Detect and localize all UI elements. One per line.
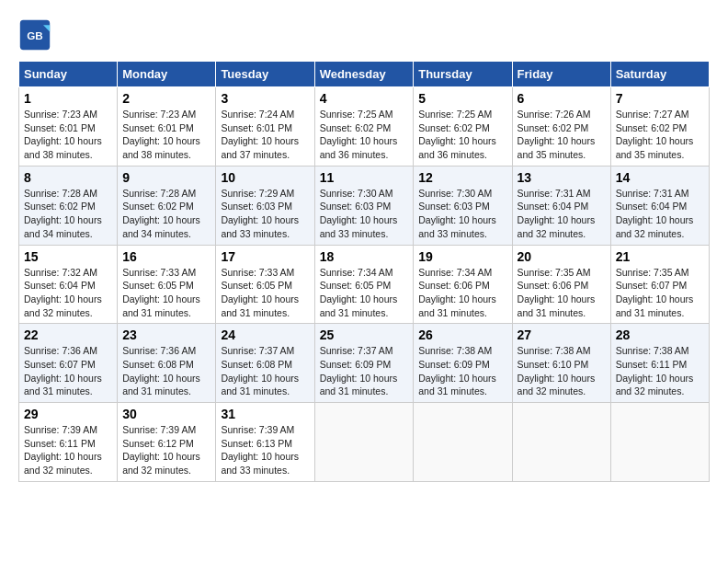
day-number: 13: [518, 170, 606, 185]
day-number: 15: [24, 249, 112, 264]
day-number: 4: [320, 91, 409, 106]
day-info: Sunrise: 7:35 AM Sunset: 6:06 PM Dayligh…: [518, 266, 606, 320]
calendar-cell: 6Sunrise: 7:26 AM Sunset: 6:02 PM Daylig…: [512, 87, 610, 167]
day-info: Sunrise: 7:25 AM Sunset: 6:02 PM Dayligh…: [418, 108, 506, 162]
calendar-cell: 16Sunrise: 7:33 AM Sunset: 6:05 PM Dayli…: [118, 245, 216, 324]
day-number: 24: [221, 327, 309, 342]
day-number: 1: [24, 91, 112, 106]
day-info: Sunrise: 7:38 AM Sunset: 6:09 PM Dayligh…: [418, 344, 506, 398]
day-number: 8: [24, 170, 112, 185]
calendar-cell: 19Sunrise: 7:34 AM Sunset: 6:06 PM Dayli…: [414, 245, 512, 324]
calendar-cell: 20Sunrise: 7:35 AM Sunset: 6:06 PM Dayli…: [512, 245, 610, 324]
weekday-header-wednesday: Wednesday: [314, 62, 414, 87]
day-number: 11: [320, 170, 409, 185]
day-number: 18: [320, 249, 409, 264]
day-info: Sunrise: 7:30 AM Sunset: 6:03 PM Dayligh…: [418, 187, 506, 241]
day-info: Sunrise: 7:31 AM Sunset: 6:04 PM Dayligh…: [616, 187, 704, 241]
day-info: Sunrise: 7:37 AM Sunset: 6:08 PM Dayligh…: [221, 344, 309, 398]
day-info: Sunrise: 7:30 AM Sunset: 6:03 PM Dayligh…: [320, 187, 409, 241]
calendar-cell: 23Sunrise: 7:36 AM Sunset: 6:08 PM Dayli…: [118, 324, 216, 403]
day-number: 9: [122, 170, 210, 185]
day-number: 19: [418, 249, 506, 264]
weekday-header-monday: Monday: [118, 62, 216, 87]
day-info: Sunrise: 7:27 AM Sunset: 6:02 PM Dayligh…: [616, 108, 704, 162]
day-number: 27: [518, 327, 606, 342]
calendar-cell: 24Sunrise: 7:37 AM Sunset: 6:08 PM Dayli…: [216, 324, 314, 403]
day-number: 29: [24, 407, 112, 421]
calendar-cell: 2Sunrise: 7:23 AM Sunset: 6:01 PM Daylig…: [118, 87, 216, 167]
calendar-cell: 8Sunrise: 7:28 AM Sunset: 6:02 PM Daylig…: [19, 166, 118, 245]
weekday-header-friday: Friday: [512, 62, 610, 87]
day-number: 2: [122, 91, 210, 106]
calendar-cell: 7Sunrise: 7:27 AM Sunset: 6:02 PM Daylig…: [610, 87, 709, 167]
day-info: Sunrise: 7:25 AM Sunset: 6:02 PM Dayligh…: [320, 108, 409, 162]
calendar-cell: 1Sunrise: 7:23 AM Sunset: 6:01 PM Daylig…: [19, 87, 118, 167]
day-info: Sunrise: 7:36 AM Sunset: 6:08 PM Dayligh…: [122, 344, 210, 398]
day-number: 17: [221, 249, 309, 264]
day-info: Sunrise: 7:39 AM Sunset: 6:11 PM Dayligh…: [24, 423, 112, 477]
day-number: 28: [616, 327, 704, 342]
day-number: 31: [221, 407, 309, 421]
calendar-cell: 31Sunrise: 7:39 AM Sunset: 6:13 PM Dayli…: [216, 403, 314, 482]
day-number: 16: [122, 249, 210, 264]
day-info: Sunrise: 7:33 AM Sunset: 6:05 PM Dayligh…: [122, 266, 210, 320]
calendar-table: SundayMondayTuesdayWednesdayThursdayFrid…: [18, 61, 710, 482]
day-info: Sunrise: 7:34 AM Sunset: 6:05 PM Dayligh…: [320, 266, 409, 320]
day-number: 10: [221, 170, 309, 185]
day-info: Sunrise: 7:23 AM Sunset: 6:01 PM Dayligh…: [24, 108, 112, 162]
day-info: Sunrise: 7:35 AM Sunset: 6:07 PM Dayligh…: [616, 266, 704, 320]
day-info: Sunrise: 7:33 AM Sunset: 6:05 PM Dayligh…: [221, 266, 309, 320]
day-info: Sunrise: 7:28 AM Sunset: 6:02 PM Dayligh…: [24, 187, 112, 241]
calendar-cell: [610, 403, 709, 482]
logo-icon: GB: [18, 18, 51, 52]
calendar-cell: [512, 403, 610, 482]
day-number: 21: [616, 249, 704, 264]
day-info: Sunrise: 7:31 AM Sunset: 6:04 PM Dayligh…: [518, 187, 606, 241]
day-number: 20: [518, 249, 606, 264]
day-number: 22: [24, 327, 112, 342]
calendar-cell: 11Sunrise: 7:30 AM Sunset: 6:03 PM Dayli…: [314, 166, 414, 245]
calendar-cell: 30Sunrise: 7:39 AM Sunset: 6:12 PM Dayli…: [118, 403, 216, 482]
calendar-cell: 5Sunrise: 7:25 AM Sunset: 6:02 PM Daylig…: [414, 87, 512, 167]
day-number: 25: [320, 327, 409, 342]
day-info: Sunrise: 7:37 AM Sunset: 6:09 PM Dayligh…: [320, 344, 409, 398]
logo: GB: [18, 18, 55, 52]
calendar-cell: 18Sunrise: 7:34 AM Sunset: 6:05 PM Dayli…: [314, 245, 414, 324]
calendar-cell: 3Sunrise: 7:24 AM Sunset: 6:01 PM Daylig…: [216, 87, 314, 167]
weekday-header-sunday: Sunday: [19, 62, 118, 87]
calendar-cell: 13Sunrise: 7:31 AM Sunset: 6:04 PM Dayli…: [512, 166, 610, 245]
day-number: 6: [518, 91, 606, 106]
day-number: 30: [122, 407, 210, 421]
day-number: 5: [418, 91, 506, 106]
day-number: 7: [616, 91, 704, 106]
svg-text:GB: GB: [27, 29, 43, 41]
weekday-header-tuesday: Tuesday: [216, 62, 314, 87]
day-info: Sunrise: 7:32 AM Sunset: 6:04 PM Dayligh…: [24, 266, 112, 320]
calendar-cell: 27Sunrise: 7:38 AM Sunset: 6:10 PM Dayli…: [512, 324, 610, 403]
calendar-cell: 29Sunrise: 7:39 AM Sunset: 6:11 PM Dayli…: [19, 403, 118, 482]
calendar-cell: 12Sunrise: 7:30 AM Sunset: 6:03 PM Dayli…: [414, 166, 512, 245]
calendar-cell: [314, 403, 414, 482]
calendar-cell: 4Sunrise: 7:25 AM Sunset: 6:02 PM Daylig…: [314, 87, 414, 167]
calendar-cell: 9Sunrise: 7:28 AM Sunset: 6:02 PM Daylig…: [118, 166, 216, 245]
day-info: Sunrise: 7:34 AM Sunset: 6:06 PM Dayligh…: [418, 266, 506, 320]
day-info: Sunrise: 7:26 AM Sunset: 6:02 PM Dayligh…: [518, 108, 606, 162]
day-info: Sunrise: 7:36 AM Sunset: 6:07 PM Dayligh…: [24, 344, 112, 398]
day-info: Sunrise: 7:23 AM Sunset: 6:01 PM Dayligh…: [122, 108, 210, 162]
day-number: 12: [418, 170, 506, 185]
day-info: Sunrise: 7:28 AM Sunset: 6:02 PM Dayligh…: [122, 187, 210, 241]
day-info: Sunrise: 7:24 AM Sunset: 6:01 PM Dayligh…: [221, 108, 309, 162]
day-info: Sunrise: 7:29 AM Sunset: 6:03 PM Dayligh…: [221, 187, 309, 241]
calendar-cell: 22Sunrise: 7:36 AM Sunset: 6:07 PM Dayli…: [19, 324, 118, 403]
day-info: Sunrise: 7:38 AM Sunset: 6:10 PM Dayligh…: [518, 344, 606, 398]
day-number: 26: [418, 327, 506, 342]
calendar-cell: 28Sunrise: 7:38 AM Sunset: 6:11 PM Dayli…: [610, 324, 709, 403]
calendar-cell: 14Sunrise: 7:31 AM Sunset: 6:04 PM Dayli…: [610, 166, 709, 245]
day-info: Sunrise: 7:38 AM Sunset: 6:11 PM Dayligh…: [616, 344, 704, 398]
calendar-cell: [414, 403, 512, 482]
calendar-cell: 17Sunrise: 7:33 AM Sunset: 6:05 PM Dayli…: [216, 245, 314, 324]
calendar-cell: 25Sunrise: 7:37 AM Sunset: 6:09 PM Dayli…: [314, 324, 414, 403]
day-number: 14: [616, 170, 704, 185]
page-header: GB: [18, 18, 710, 52]
weekday-header-thursday: Thursday: [414, 62, 512, 87]
